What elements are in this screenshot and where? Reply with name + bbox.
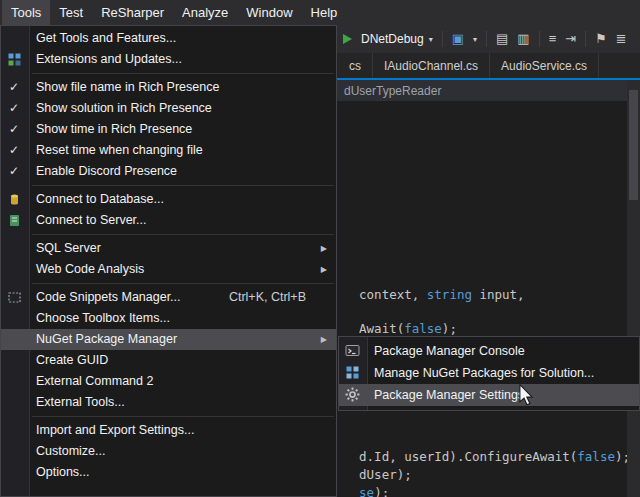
menu-item-label: Get Tools and Features... [36,31,176,45]
submenu-arrow-icon: ▶ [321,238,327,259]
menu-item-code-snippets-manager[interactable]: Code Snippets Manager... Ctrl+K, Ctrl+B [1,287,336,308]
chevron-down-icon[interactable]: ▾ [473,35,477,44]
menu-item-get-tools-and-features[interactable]: Get Tools and Features... [1,28,336,49]
menu-item-label: Web Code Analysis [36,262,144,276]
menu-item-customize[interactable]: Customize... [1,441,336,462]
menubar-item-analyze[interactable]: Analyze [173,0,237,25]
window-layout-icon[interactable]: ▥ [517,25,529,53]
menu-separator [32,73,334,74]
open-folder-icon[interactable]: ▤ [496,25,508,53]
start-debug-icon[interactable] [343,34,352,44]
menu-item-connect-to-server[interactable]: Connect to Server... [1,210,336,231]
database-icon [7,192,22,207]
menu-item-label: Reset time when changing file [36,143,203,157]
toolbar-separator [486,31,487,47]
menu-item-label: SQL Server [36,241,101,255]
checkmark-icon: ✓ [9,98,19,119]
menu-item-label: Package Manager Settings [374,388,524,402]
indent-icon[interactable]: ⇥ [565,25,576,53]
code-line: se); [344,470,389,497]
menu-item-label: Options... [36,465,90,479]
menu-item-sql-server[interactable]: SQL Server ▶ [1,238,336,259]
menu-item-external-command-2[interactable]: External Command 2 [1,371,336,392]
submenu-item-package-manager-console[interactable]: Package Manager Console [339,340,639,362]
gear-icon [345,387,360,402]
menu-item-external-tools[interactable]: External Tools... [1,392,336,413]
menu-item-label: Choose Toolbox Items... [36,311,170,325]
menubar-item-test[interactable]: Test [50,0,92,25]
menubar-item-window[interactable]: Window [237,0,301,25]
menu-separator [32,185,334,186]
menu-item-options[interactable]: Options... [1,462,336,483]
submenu-arrow-icon: ▶ [321,329,327,350]
nuget-submenu: Package Manager Console Manage NuGet Pac… [338,336,640,411]
menu-item-label: Manage NuGet Packages for Solution... [374,366,594,380]
toolbar-separator [539,31,540,47]
checkmark-icon: ✓ [9,119,19,140]
menu-item-label: Extensions and Updates... [36,52,182,66]
checkmark-icon: ✓ [9,161,19,182]
extension-tool-icon[interactable]: ▣ [452,25,464,53]
checkmark-icon: ✓ [9,77,19,98]
list-members-icon[interactable]: ≣ [616,25,627,53]
menu-item-create-guid[interactable]: Create GUID [1,350,336,371]
tab-audioservice[interactable]: AudioService.cs [490,53,599,78]
menu-item-web-code-analysis[interactable]: Web Code Analysis ▶ [1,259,336,280]
menu-item-label: Create GUID [36,353,108,367]
tools-menu: Get Tools and Features... Extensions and… [0,25,337,497]
menu-separator [32,283,334,284]
menu-item-reset-time-changing-file[interactable]: ✓ Reset time when changing file [1,140,336,161]
editor-scrollbar[interactable] [627,80,640,497]
menu-item-extensions-and-updates[interactable]: Extensions and Updates... [1,49,336,70]
menu-separator [32,416,334,417]
menubar-item-tools[interactable]: Tools [2,0,50,25]
menu-item-import-export-settings[interactable]: Import and Export Settings... [1,420,336,441]
menu-item-label: Import and Export Settings... [36,423,194,437]
submenu-item-package-manager-settings[interactable]: Package Manager Settings [339,384,639,406]
submenu-item-manage-nuget-packages[interactable]: Manage NuGet Packages for Solution... [339,362,639,384]
snippets-icon [7,290,22,305]
line-list-icon[interactable]: ≡ [549,25,557,53]
menu-item-shortcut: Ctrl+K, Ctrl+B [229,287,306,308]
packages-icon [345,365,360,380]
menu-item-choose-toolbox-items[interactable]: Choose Toolbox Items... [1,308,336,329]
toolbar-separator [442,31,443,47]
checkmark-icon: ✓ [9,140,19,161]
menu-item-label: NuGet Package Manager [36,332,177,346]
code-line: context, string input, [344,272,525,302]
menu-item-nuget-package-manager[interactable]: NuGet Package Manager ▶ [1,329,336,350]
menu-separator [32,234,334,235]
run-configuration-dropdown[interactable]: DNetDebug ▾ [361,32,433,46]
menubar-item-help[interactable]: Help [302,0,347,25]
menu-item-show-time-rich-presence[interactable]: ✓ Show time in Rich Presence [1,119,336,140]
breadcrumb[interactable]: dUserTypeReader [344,84,441,98]
run-configuration-label: DNetDebug [361,32,424,46]
code-line: Await(false); [344,306,457,336]
tab-iaudiochannel[interactable]: IAudioChannel.cs [373,53,490,78]
menu-item-label: Show time in Rich Presence [36,122,192,136]
menu-item-label: Connect to Server... [36,213,146,227]
menu-bar: Tools Test ReSharper Analyze Window Help [0,0,640,25]
menu-item-label: Show solution in Rich Presence [36,101,212,115]
menu-item-label: Package Manager Console [374,344,525,358]
tab-partial[interactable]: cs [338,53,373,78]
menu-item-label: Customize... [36,444,105,458]
menu-item-label: Enable Discord Presence [36,164,177,178]
menu-item-show-solution-rich-presence[interactable]: ✓ Show solution in Rich Presence [1,98,336,119]
menubar-item-resharper[interactable]: ReSharper [92,0,173,25]
menu-item-enable-discord-presence[interactable]: ✓ Enable Discord Presence [1,161,336,182]
extensions-icon [7,52,22,67]
scrollbar-thumb[interactable] [629,90,638,200]
menu-item-label: External Tools... [36,395,125,409]
bookmark-icon[interactable]: ⚑ [595,25,607,53]
menu-item-label: Connect to Database... [36,192,164,206]
menu-item-label: Show file name in Rich Presence [36,80,219,94]
menu-item-label: External Command 2 [36,374,153,388]
chevron-down-icon: ▾ [429,35,433,44]
submenu-arrow-icon: ▶ [321,259,327,280]
mouse-cursor [518,384,534,406]
toolbar-separator [585,31,586,47]
console-icon [345,343,360,358]
menu-item-show-file-name-rich-presence[interactable]: ✓ Show file name in Rich Presence [1,77,336,98]
menu-item-connect-to-database[interactable]: Connect to Database... [1,189,336,210]
